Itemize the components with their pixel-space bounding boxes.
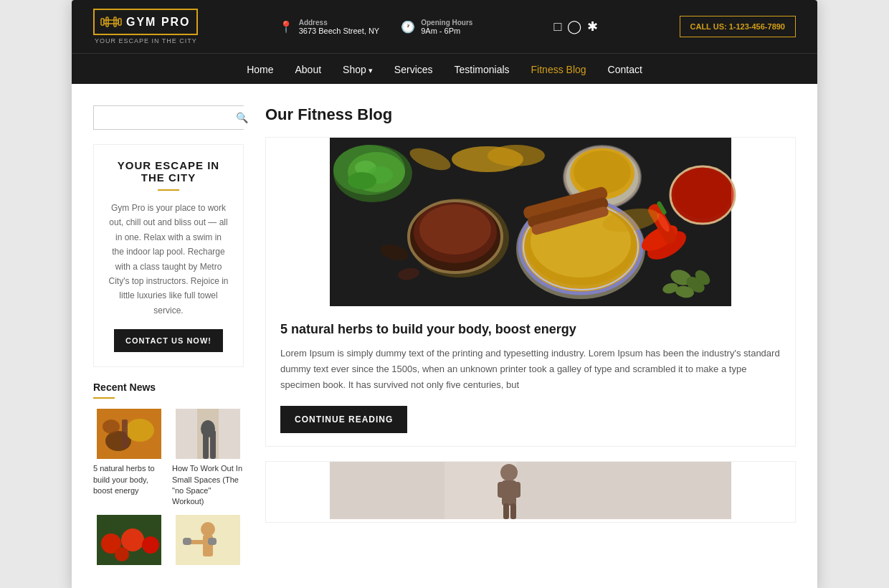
blog-content: Our Fitness Blog: [265, 105, 796, 569]
post-card-2: [265, 461, 796, 523]
recent-thumb-2: [172, 409, 244, 459]
post-image-1: [266, 138, 795, 306]
recent-divider: [93, 397, 115, 399]
recent-news-title: Recent News: [93, 381, 244, 393]
search-input[interactable]: [94, 107, 229, 129]
svg-rect-77: [513, 482, 520, 498]
svg-point-33: [348, 172, 376, 189]
recent-thumb-3: [93, 515, 165, 565]
search-box: 🔍: [93, 105, 244, 130]
hours-value: 9Am - 6Pm: [421, 27, 472, 35]
recent-caption-2: How To Work Out In Small Spaces (The "no…: [172, 463, 244, 508]
recent-item-4[interactable]: [172, 515, 244, 569]
svg-point-35: [488, 145, 545, 166]
post-card-1: 5 natural herbs to build your body, boos…: [265, 137, 796, 447]
main-content: 🔍 YOUR ESCAPE IN THE CITY Gym Pro is you…: [72, 84, 817, 588]
facebook-icon[interactable]: □: [554, 19, 562, 34]
recent-caption-1: 5 natural herbs to build your body, boos…: [93, 463, 165, 496]
post-body-1: 5 natural herbs to build your body, boos…: [266, 309, 795, 446]
gym-icon: [100, 13, 122, 31]
nav-home[interactable]: Home: [247, 64, 273, 75]
call-button[interactable]: CALL US: 1-123-456-7890: [680, 16, 796, 37]
svg-rect-76: [498, 482, 505, 498]
svg-point-21: [201, 522, 215, 536]
svg-point-19: [115, 547, 129, 561]
social-icons: □ ◯ ✱: [554, 19, 599, 34]
svg-rect-24: [183, 538, 191, 545]
top-bar: GYM PRO YOUR ESCAPE IN THE CITY 📍 Addres…: [72, 0, 817, 53]
top-info: 📍 Address 3673 Beech Street, NY 🕐 Openin…: [279, 19, 473, 35]
svg-point-44: [419, 204, 491, 255]
svg-point-18: [142, 536, 159, 554]
address-info: 📍 Address 3673 Beech Street, NY: [279, 19, 380, 35]
post-excerpt-1: Lorem Ipsum is simply dummy text of the …: [280, 346, 781, 393]
clock-icon: 🕐: [401, 20, 415, 34]
widget-divider: [158, 189, 179, 191]
svg-rect-23: [190, 540, 208, 544]
nav-about[interactable]: About: [295, 64, 321, 75]
recent-news-grid: 5 natural herbs to build your body, boos…: [93, 409, 244, 569]
post-heading-1: 5 natural herbs to build your body, boos…: [280, 322, 781, 337]
recent-item-1[interactable]: 5 natural herbs to build your body, boos…: [93, 409, 165, 508]
svg-point-14: [201, 420, 215, 437]
logo-area: GYM PRO YOUR ESCAPE IN THE CITY: [93, 9, 198, 44]
logo-box: GYM PRO: [93, 9, 198, 35]
address-label: Address: [299, 19, 380, 27]
location-icon: 📍: [279, 20, 293, 34]
post-image-2: [266, 462, 795, 519]
widget-title: YOUR ESCAPE IN THE CITY: [108, 159, 229, 184]
svg-point-7: [125, 419, 154, 442]
svg-rect-78: [503, 503, 509, 519]
nav-bar: Home About Shop Services Testimonials Fi…: [72, 53, 817, 84]
address-value: 3673 Beech Street, NY: [299, 27, 380, 35]
svg-rect-4: [114, 17, 116, 27]
contact-now-button[interactable]: CONTACT US NOW!: [114, 329, 223, 352]
widget-text: Gym Pro is your place to work out, chill…: [108, 201, 229, 318]
svg-rect-79: [510, 503, 516, 519]
svg-rect-3: [106, 17, 108, 27]
sidebar: 🔍 YOUR ESCAPE IN THE CITY Gym Pro is you…: [93, 105, 244, 569]
yelp-icon[interactable]: ✱: [587, 19, 598, 34]
nav-contact[interactable]: Contact: [608, 64, 642, 75]
logo-tagline: YOUR ESCAPE IN THE CITY: [93, 37, 197, 44]
recent-thumb-1: [93, 409, 165, 459]
nav-testimonials[interactable]: Testimonials: [455, 64, 510, 75]
recent-item-2[interactable]: How To Work Out In Small Spaces (The "no…: [172, 409, 244, 508]
instagram-icon[interactable]: ◯: [567, 19, 581, 34]
nav-shop[interactable]: Shop: [343, 64, 373, 75]
recent-thumb-4: [172, 515, 244, 565]
continue-reading-button[interactable]: CONTINUE READING: [280, 406, 407, 433]
svg-rect-25: [208, 538, 217, 545]
svg-rect-72: [330, 462, 731, 519]
blog-title: Our Fitness Blog: [265, 105, 796, 124]
search-button[interactable]: 🔍: [229, 106, 255, 129]
logo-text: GYM PRO: [126, 16, 191, 29]
hours-label: Opening Hours: [421, 19, 472, 27]
svg-point-61: [674, 169, 731, 219]
svg-rect-9: [122, 419, 128, 448]
hours-info: 🕐 Opening Hours 9Am - 6Pm: [401, 19, 472, 35]
nav-services[interactable]: Services: [394, 64, 433, 75]
recent-item-3[interactable]: [93, 515, 165, 569]
nav-fitness-blog[interactable]: Fitness Blog: [531, 64, 586, 75]
sidebar-widget: YOUR ESCAPE IN THE CITY Gym Pro is your …: [93, 144, 244, 367]
svg-point-8: [103, 419, 120, 434]
recent-news: Recent News 5 natural herbs to build you…: [93, 381, 244, 569]
svg-point-74: [500, 464, 518, 481]
